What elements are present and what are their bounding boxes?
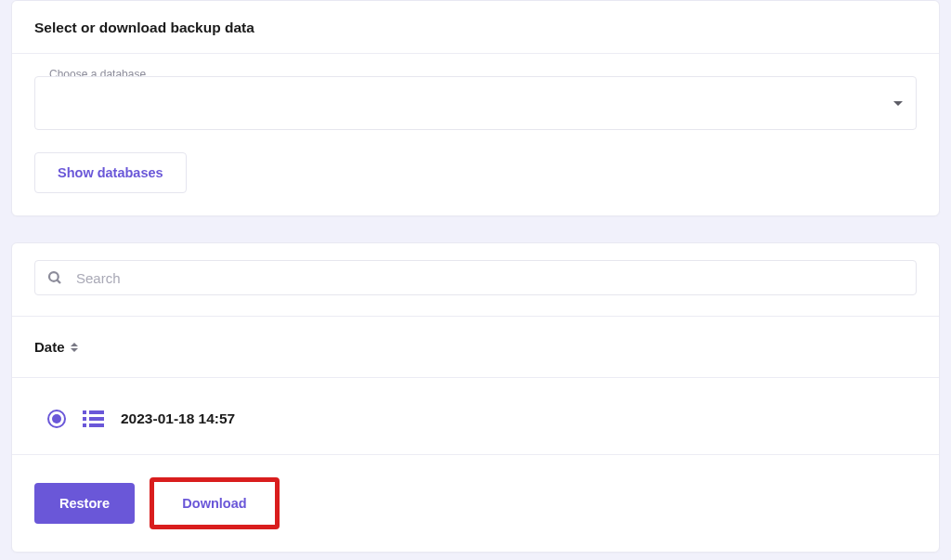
choose-database-wrap: Choose a database xyxy=(34,76,917,130)
date-column-label: Date xyxy=(34,339,65,355)
download-button[interactable]: Download xyxy=(150,477,280,529)
search-input[interactable] xyxy=(76,270,906,286)
actions-row: Restore Download xyxy=(34,474,917,529)
chevron-down-icon xyxy=(893,101,903,106)
divider xyxy=(12,377,939,378)
backup-list-card: Date 2023-01-18 14:57 Restore Download xyxy=(11,242,940,553)
date-column-header[interactable]: Date xyxy=(34,335,917,377)
svg-point-0 xyxy=(49,272,59,281)
divider xyxy=(12,316,939,317)
restore-button[interactable]: Restore xyxy=(34,483,135,524)
row-date-value: 2023-01-18 14:57 xyxy=(121,410,235,427)
divider xyxy=(12,53,939,54)
list-icon xyxy=(83,410,104,427)
card-title: Select or download backup data xyxy=(34,20,917,53)
search-icon xyxy=(46,269,63,286)
radio-dot-icon xyxy=(52,414,61,423)
svg-line-1 xyxy=(57,280,60,283)
radio-selected[interactable] xyxy=(47,410,66,428)
show-databases-button[interactable]: Show databases xyxy=(34,152,187,193)
table-row[interactable]: 2023-01-18 14:57 xyxy=(34,404,917,454)
choose-database-select[interactable] xyxy=(34,76,917,130)
divider xyxy=(12,454,939,455)
search-field[interactable] xyxy=(34,260,917,295)
sort-icon xyxy=(71,343,78,352)
backup-selection-card: Select or download backup data Choose a … xyxy=(11,0,940,216)
